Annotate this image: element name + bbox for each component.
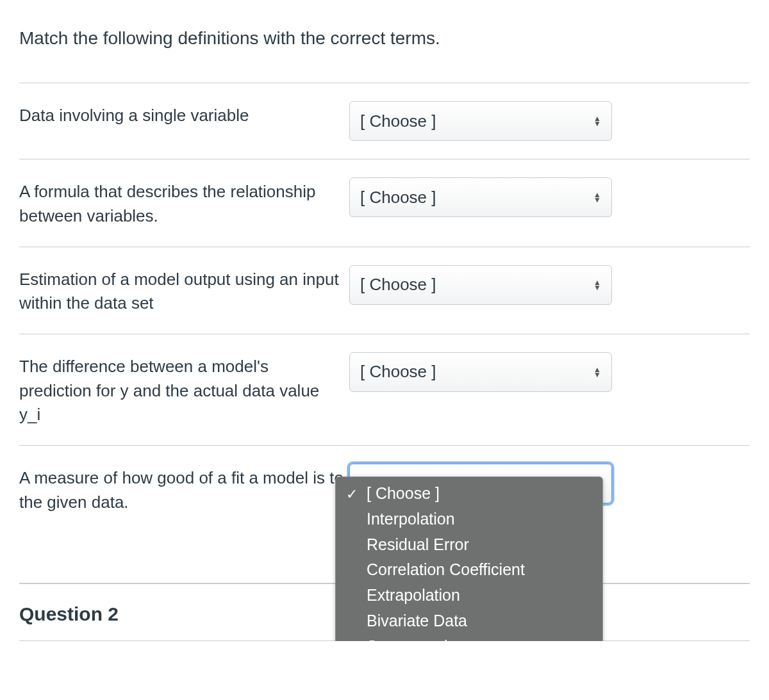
answer-select[interactable]: [ Choose ] ▲▼ <box>349 352 612 392</box>
dropdown-menu: ✓ [ Choose ] Interpolation Residual Erro… <box>335 476 603 641</box>
option-label: Residual Error <box>367 535 469 553</box>
select-wrap: [ Choose ] ▲▼ <box>349 101 612 141</box>
match-row: Estimation of a model output using an in… <box>19 247 750 334</box>
dropdown-option[interactable]: Interpolation <box>336 507 602 532</box>
dropdown-option[interactable]: Extrapolation <box>336 583 602 608</box>
match-row: A measure of how good of a fit a model i… <box>19 445 750 532</box>
answer-select[interactable]: [ Choose ] ▲▼ <box>349 101 612 141</box>
dropdown-option[interactable]: ✓ [ Choose ] <box>336 481 602 507</box>
option-label: Bivariate Data <box>367 612 467 630</box>
match-row: The difference between a model's predict… <box>19 334 750 445</box>
option-label: Correlation Coefficient <box>367 560 525 578</box>
dropdown-option[interactable]: Correlation Coefficient <box>336 557 602 583</box>
select-value: [ Choose ] <box>360 111 436 131</box>
answer-select[interactable]: [ Choose ] ▲▼ <box>349 177 612 217</box>
option-label: [ Choose ] <box>367 484 440 502</box>
select-value: [ Choose ] <box>360 362 436 382</box>
dropdown-option[interactable]: Bivariate Data <box>336 608 602 634</box>
updown-icon: ▲▼ <box>593 367 601 377</box>
prompt-text: Data involving a single variable <box>19 101 349 128</box>
prompt-text: A measure of how good of a fit a model i… <box>19 464 349 514</box>
quiz-container: Match the following definitions with the… <box>0 0 769 641</box>
select-wrap: [ Choose ] ▲▼ <box>349 265 612 305</box>
prompt-text: Estimation of a model output using an in… <box>19 265 349 316</box>
select-wrap: [ Choose ] ▲▼ <box>349 352 612 392</box>
select-wrap: [ Choose ] ▲▼ ✓ [ Choose ] Interpolation… <box>349 464 612 503</box>
match-row: A formula that describes the relationshi… <box>19 159 750 246</box>
select-value: [ Choose ] <box>360 275 436 295</box>
prompt-text: The difference between a model's predict… <box>19 352 349 427</box>
select-value: [ Choose ] <box>360 188 436 208</box>
updown-icon: ▲▼ <box>593 192 601 202</box>
select-wrap: [ Choose ] ▲▼ <box>349 177 612 217</box>
dropdown-option[interactable]: Residual Error <box>336 532 602 558</box>
instructions-text: Match the following definitions with the… <box>19 26 750 51</box>
match-row: Data involving a single variable [ Choos… <box>19 83 750 159</box>
updown-icon: ▲▼ <box>593 280 601 290</box>
prompt-text: A formula that describes the relationshi… <box>19 177 349 228</box>
answer-select[interactable]: [ Choose ] ▲▼ <box>349 265 612 305</box>
updown-icon: ▲▼ <box>593 116 601 126</box>
check-icon: ✓ <box>346 485 358 504</box>
dropdown-option[interactable]: Sequestration <box>336 634 602 642</box>
option-label: Extrapolation <box>367 586 460 604</box>
option-label: Sequestration <box>367 637 465 642</box>
option-label: Interpolation <box>367 510 455 528</box>
